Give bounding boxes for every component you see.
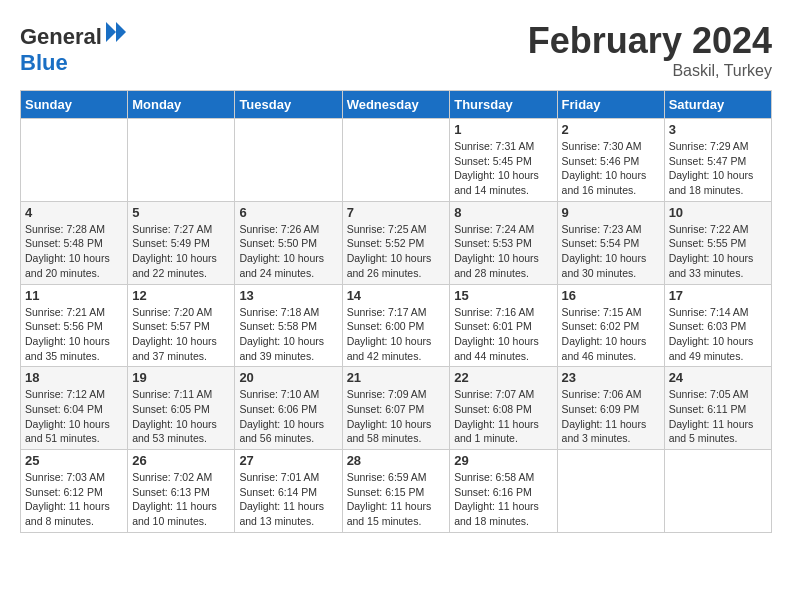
day-info: Sunrise: 7:01 AMSunset: 6:14 PMDaylight:… xyxy=(239,470,337,529)
calendar-cell xyxy=(128,119,235,202)
calendar-cell: 25Sunrise: 7:03 AMSunset: 6:12 PMDayligh… xyxy=(21,450,128,533)
day-info: Sunrise: 7:29 AMSunset: 5:47 PMDaylight:… xyxy=(669,139,767,198)
month-year-title: February 2024 xyxy=(528,20,772,62)
calendar-week-row: 1Sunrise: 7:31 AMSunset: 5:45 PMDaylight… xyxy=(21,119,772,202)
calendar-cell: 27Sunrise: 7:01 AMSunset: 6:14 PMDayligh… xyxy=(235,450,342,533)
day-info: Sunrise: 7:16 AMSunset: 6:01 PMDaylight:… xyxy=(454,305,552,364)
day-number: 17 xyxy=(669,288,767,303)
calendar-cell: 21Sunrise: 7:09 AMSunset: 6:07 PMDayligh… xyxy=(342,367,450,450)
calendar-cell: 15Sunrise: 7:16 AMSunset: 6:01 PMDayligh… xyxy=(450,284,557,367)
calendar-cell: 20Sunrise: 7:10 AMSunset: 6:06 PMDayligh… xyxy=(235,367,342,450)
logo-blue: Blue xyxy=(20,50,68,75)
day-info: Sunrise: 7:06 AMSunset: 6:09 PMDaylight:… xyxy=(562,387,660,446)
calendar-week-row: 4Sunrise: 7:28 AMSunset: 5:48 PMDaylight… xyxy=(21,201,772,284)
calendar-week-row: 11Sunrise: 7:21 AMSunset: 5:56 PMDayligh… xyxy=(21,284,772,367)
calendar-cell: 18Sunrise: 7:12 AMSunset: 6:04 PMDayligh… xyxy=(21,367,128,450)
calendar-day-header: Monday xyxy=(128,91,235,119)
day-info: Sunrise: 7:02 AMSunset: 6:13 PMDaylight:… xyxy=(132,470,230,529)
day-number: 12 xyxy=(132,288,230,303)
day-number: 22 xyxy=(454,370,552,385)
day-info: Sunrise: 7:12 AMSunset: 6:04 PMDaylight:… xyxy=(25,387,123,446)
calendar-day-header: Sunday xyxy=(21,91,128,119)
calendar-cell: 10Sunrise: 7:22 AMSunset: 5:55 PMDayligh… xyxy=(664,201,771,284)
logo-icon xyxy=(104,20,128,44)
day-info: Sunrise: 7:09 AMSunset: 6:07 PMDaylight:… xyxy=(347,387,446,446)
day-number: 21 xyxy=(347,370,446,385)
day-info: Sunrise: 7:18 AMSunset: 5:58 PMDaylight:… xyxy=(239,305,337,364)
day-info: Sunrise: 7:07 AMSunset: 6:08 PMDaylight:… xyxy=(454,387,552,446)
calendar-cell: 26Sunrise: 7:02 AMSunset: 6:13 PMDayligh… xyxy=(128,450,235,533)
day-number: 9 xyxy=(562,205,660,220)
day-number: 10 xyxy=(669,205,767,220)
svg-marker-0 xyxy=(116,22,126,42)
day-number: 14 xyxy=(347,288,446,303)
calendar-cell xyxy=(557,450,664,533)
calendar-cell xyxy=(235,119,342,202)
day-info: Sunrise: 7:25 AMSunset: 5:52 PMDaylight:… xyxy=(347,222,446,281)
calendar-cell: 17Sunrise: 7:14 AMSunset: 6:03 PMDayligh… xyxy=(664,284,771,367)
day-info: Sunrise: 7:11 AMSunset: 6:05 PMDaylight:… xyxy=(132,387,230,446)
page-header: General Blue February 2024 Baskil, Turke… xyxy=(20,20,772,80)
day-info: Sunrise: 7:28 AMSunset: 5:48 PMDaylight:… xyxy=(25,222,123,281)
day-info: Sunrise: 7:21 AMSunset: 5:56 PMDaylight:… xyxy=(25,305,123,364)
calendar-week-row: 25Sunrise: 7:03 AMSunset: 6:12 PMDayligh… xyxy=(21,450,772,533)
day-info: Sunrise: 7:27 AMSunset: 5:49 PMDaylight:… xyxy=(132,222,230,281)
calendar-cell: 28Sunrise: 6:59 AMSunset: 6:15 PMDayligh… xyxy=(342,450,450,533)
calendar-cell: 11Sunrise: 7:21 AMSunset: 5:56 PMDayligh… xyxy=(21,284,128,367)
calendar-day-header: Tuesday xyxy=(235,91,342,119)
calendar-cell: 12Sunrise: 7:20 AMSunset: 5:57 PMDayligh… xyxy=(128,284,235,367)
calendar-cell: 24Sunrise: 7:05 AMSunset: 6:11 PMDayligh… xyxy=(664,367,771,450)
calendar-cell: 6Sunrise: 7:26 AMSunset: 5:50 PMDaylight… xyxy=(235,201,342,284)
svg-marker-1 xyxy=(106,22,116,42)
calendar-cell: 7Sunrise: 7:25 AMSunset: 5:52 PMDaylight… xyxy=(342,201,450,284)
day-info: Sunrise: 7:17 AMSunset: 6:00 PMDaylight:… xyxy=(347,305,446,364)
calendar-day-header: Thursday xyxy=(450,91,557,119)
calendar-cell xyxy=(342,119,450,202)
day-number: 13 xyxy=(239,288,337,303)
day-number: 16 xyxy=(562,288,660,303)
day-info: Sunrise: 7:24 AMSunset: 5:53 PMDaylight:… xyxy=(454,222,552,281)
day-number: 11 xyxy=(25,288,123,303)
day-number: 25 xyxy=(25,453,123,468)
day-info: Sunrise: 7:23 AMSunset: 5:54 PMDaylight:… xyxy=(562,222,660,281)
day-number: 8 xyxy=(454,205,552,220)
logo-general: General xyxy=(20,24,102,49)
calendar-table: SundayMondayTuesdayWednesdayThursdayFrid… xyxy=(20,90,772,533)
calendar-cell: 8Sunrise: 7:24 AMSunset: 5:53 PMDaylight… xyxy=(450,201,557,284)
day-number: 4 xyxy=(25,205,123,220)
calendar-cell: 3Sunrise: 7:29 AMSunset: 5:47 PMDaylight… xyxy=(664,119,771,202)
calendar-body: 1Sunrise: 7:31 AMSunset: 5:45 PMDaylight… xyxy=(21,119,772,533)
day-info: Sunrise: 7:26 AMSunset: 5:50 PMDaylight:… xyxy=(239,222,337,281)
calendar-cell: 2Sunrise: 7:30 AMSunset: 5:46 PMDaylight… xyxy=(557,119,664,202)
day-info: Sunrise: 7:10 AMSunset: 6:06 PMDaylight:… xyxy=(239,387,337,446)
day-number: 1 xyxy=(454,122,552,137)
calendar-cell: 1Sunrise: 7:31 AMSunset: 5:45 PMDaylight… xyxy=(450,119,557,202)
day-number: 2 xyxy=(562,122,660,137)
day-info: Sunrise: 6:59 AMSunset: 6:15 PMDaylight:… xyxy=(347,470,446,529)
location-subtitle: Baskil, Turkey xyxy=(528,62,772,80)
calendar-cell: 16Sunrise: 7:15 AMSunset: 6:02 PMDayligh… xyxy=(557,284,664,367)
title-area: February 2024 Baskil, Turkey xyxy=(528,20,772,80)
calendar-cell: 22Sunrise: 7:07 AMSunset: 6:08 PMDayligh… xyxy=(450,367,557,450)
day-number: 5 xyxy=(132,205,230,220)
day-info: Sunrise: 7:30 AMSunset: 5:46 PMDaylight:… xyxy=(562,139,660,198)
day-number: 29 xyxy=(454,453,552,468)
calendar-day-header: Wednesday xyxy=(342,91,450,119)
logo-text: General Blue xyxy=(20,20,128,76)
calendar-cell: 4Sunrise: 7:28 AMSunset: 5:48 PMDaylight… xyxy=(21,201,128,284)
calendar-cell: 9Sunrise: 7:23 AMSunset: 5:54 PMDaylight… xyxy=(557,201,664,284)
day-number: 19 xyxy=(132,370,230,385)
day-info: Sunrise: 7:03 AMSunset: 6:12 PMDaylight:… xyxy=(25,470,123,529)
day-number: 6 xyxy=(239,205,337,220)
calendar-week-row: 18Sunrise: 7:12 AMSunset: 6:04 PMDayligh… xyxy=(21,367,772,450)
day-info: Sunrise: 7:20 AMSunset: 5:57 PMDaylight:… xyxy=(132,305,230,364)
day-info: Sunrise: 7:14 AMSunset: 6:03 PMDaylight:… xyxy=(669,305,767,364)
day-number: 7 xyxy=(347,205,446,220)
day-info: Sunrise: 6:58 AMSunset: 6:16 PMDaylight:… xyxy=(454,470,552,529)
calendar-cell xyxy=(21,119,128,202)
calendar-day-header: Friday xyxy=(557,91,664,119)
day-number: 27 xyxy=(239,453,337,468)
calendar-cell: 19Sunrise: 7:11 AMSunset: 6:05 PMDayligh… xyxy=(128,367,235,450)
calendar-header: SundayMondayTuesdayWednesdayThursdayFrid… xyxy=(21,91,772,119)
day-number: 18 xyxy=(25,370,123,385)
